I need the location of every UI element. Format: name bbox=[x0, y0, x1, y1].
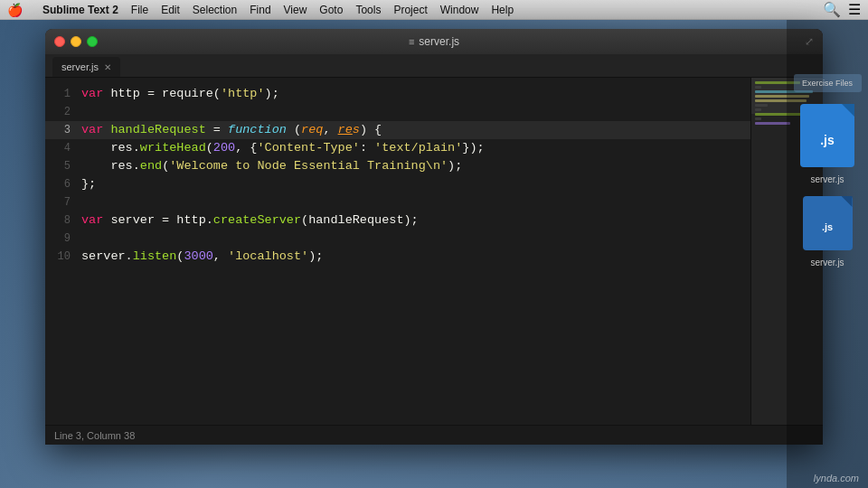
code-area[interactable]: 1 var http = require('http'); 2 3 var ha… bbox=[45, 78, 750, 273]
line-number-1: 1 bbox=[45, 85, 81, 103]
code-line-4: 4 res.writeHead(200, {'Content-Type': 't… bbox=[45, 139, 750, 157]
code-content-3: var handleRequest = function (req, res) … bbox=[81, 121, 750, 139]
menu-project[interactable]: Project bbox=[388, 2, 432, 18]
file-icon-js-small[interactable]: .js bbox=[803, 196, 853, 250]
menu-find[interactable]: Find bbox=[244, 2, 276, 18]
code-line-1: 1 var http = require('http'); bbox=[45, 85, 750, 103]
line-number-9: 9 bbox=[45, 230, 81, 248]
menu-edit[interactable]: Edit bbox=[156, 2, 185, 18]
file-label-large: server.js bbox=[810, 174, 844, 184]
menu-help[interactable]: Help bbox=[486, 2, 519, 18]
menu-goto[interactable]: Goto bbox=[314, 2, 348, 18]
code-line-7: 7 bbox=[45, 193, 750, 211]
menu-view[interactable]: View bbox=[278, 2, 313, 18]
code-line-9: 9 bbox=[45, 230, 750, 248]
minimap-line bbox=[755, 104, 768, 107]
tab-label: server.js bbox=[61, 61, 99, 72]
maximize-button[interactable] bbox=[87, 36, 98, 47]
minimize-button[interactable] bbox=[71, 36, 81, 47]
code-content-10: server.listen(3000, 'localhost'); bbox=[81, 248, 750, 266]
mac-menubar: 🍎 Sublime Text 2 File Edit Selection Fin… bbox=[0, 0, 868, 20]
close-button[interactable] bbox=[54, 36, 65, 47]
code-content-5: res.end('Welcome to Node Essential Train… bbox=[81, 157, 750, 175]
list-icon[interactable]: ☰ bbox=[848, 1, 861, 18]
traffic-lights bbox=[54, 36, 98, 47]
line-number-8: 8 bbox=[45, 211, 81, 230]
line-number-10: 10 bbox=[45, 248, 81, 266]
code-line-10: 10 server.listen(3000, 'localhost'); bbox=[45, 248, 750, 266]
file-ext-large: .js bbox=[820, 133, 835, 147]
code-content-1: var http = require('http'); bbox=[81, 85, 750, 103]
menu-items: Sublime Text 2 File Edit Selection Find … bbox=[37, 2, 519, 18]
code-line-2: 2 bbox=[45, 103, 750, 121]
menu-sublime-text[interactable]: Sublime Text 2 bbox=[37, 2, 124, 18]
file-fold-small bbox=[842, 196, 853, 207]
menu-file[interactable]: File bbox=[126, 2, 154, 18]
line-number-3: 3 bbox=[45, 121, 81, 139]
right-panel: Exercise Files .js server.js .js server.… bbox=[787, 20, 868, 488]
window-title: server.js bbox=[409, 35, 459, 48]
file-fold bbox=[842, 104, 854, 117]
line-number-6: 6 bbox=[45, 175, 81, 193]
code-line-5: 5 res.end('Welcome to Node Essential Tra… bbox=[45, 157, 750, 175]
code-content-6: }; bbox=[81, 175, 750, 193]
code-content-4: res.writeHead(200, {'Content-Type': 'tex… bbox=[81, 139, 750, 157]
code-line-6: 6 }; bbox=[45, 175, 750, 193]
sublime-text-window: server.js ⤢ server.js ✕ 1 var http = req… bbox=[45, 29, 823, 445]
menubar-right-icons: 🔍 ☰ bbox=[823, 1, 861, 18]
sidebar-header: Exercise Files bbox=[794, 74, 862, 92]
apple-menu[interactable]: 🍎 bbox=[7, 3, 23, 17]
desktop: server.js ⤢ server.js ✕ 1 var http = req… bbox=[0, 20, 868, 488]
code-content-8: var server = http.createServer(handleReq… bbox=[81, 211, 750, 230]
editor-main[interactable]: 1 var http = require('http'); 2 3 var ha… bbox=[45, 78, 750, 425]
editor-container: 1 var http = require('http'); 2 3 var ha… bbox=[45, 78, 823, 425]
cursor-position: Line 3, Column 38 bbox=[54, 430, 135, 441]
file-icon-js-large[interactable]: .js bbox=[800, 104, 854, 167]
window-title-text: server.js bbox=[419, 35, 459, 48]
minimap-line bbox=[755, 108, 761, 111]
watermark: lynda.com bbox=[814, 473, 859, 483]
menu-tools[interactable]: Tools bbox=[350, 2, 386, 18]
line-number-7: 7 bbox=[45, 193, 81, 211]
menu-window[interactable]: Window bbox=[435, 2, 485, 18]
line-number-2: 2 bbox=[45, 103, 81, 121]
window-titlebar: server.js ⤢ bbox=[45, 29, 823, 54]
code-line-3: 3 var handleRequest = function (req, res… bbox=[45, 121, 750, 139]
status-bar: Line 3, Column 38 bbox=[45, 425, 823, 445]
minimap-line bbox=[755, 117, 761, 120]
tab-close-icon[interactable]: ✕ bbox=[104, 62, 111, 72]
file-ext-small: .js bbox=[822, 221, 833, 232]
minimap-line bbox=[755, 122, 790, 125]
search-icon[interactable]: 🔍 bbox=[823, 1, 841, 18]
line-number-5: 5 bbox=[45, 157, 81, 175]
menu-selection[interactable]: Selection bbox=[187, 2, 242, 18]
tab-bar: server.js ✕ bbox=[45, 54, 823, 78]
minimap-line bbox=[755, 86, 761, 89]
line-number-4: 4 bbox=[45, 139, 81, 157]
file-label-small: server.js bbox=[810, 258, 844, 267]
code-line-8: 8 var server = http.createServer(handleR… bbox=[45, 211, 750, 230]
tab-server-js[interactable]: server.js ✕ bbox=[52, 57, 120, 77]
